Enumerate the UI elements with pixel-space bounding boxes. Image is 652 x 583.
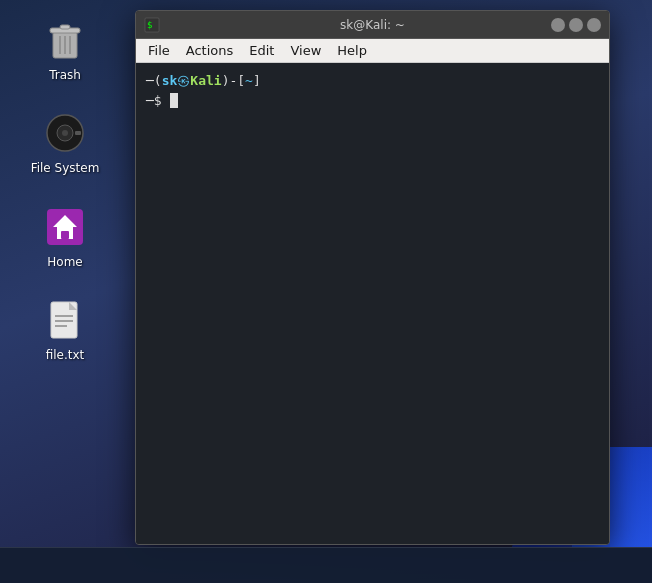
- filetxt-icon-container[interactable]: file.txt: [25, 290, 105, 368]
- prompt-close-bracket: ]: [253, 71, 261, 91]
- trash-icon-container[interactable]: Trash: [25, 10, 105, 88]
- terminal-content[interactable]: ─(sk㉿Kali)-[~] ─$: [136, 63, 609, 544]
- home-label: Home: [47, 255, 82, 269]
- trash-icon: [41, 16, 89, 64]
- desktop: Trash File System: [0, 0, 130, 583]
- minimize-button[interactable]: [551, 18, 565, 32]
- maximize-button[interactable]: [569, 18, 583, 32]
- menu-help[interactable]: Help: [329, 41, 375, 60]
- menu-actions[interactable]: Actions: [178, 41, 242, 60]
- close-button[interactable]: [587, 18, 601, 32]
- svg-point-8: [62, 130, 68, 136]
- menu-file[interactable]: File: [140, 41, 178, 60]
- prompt-directory: ~: [245, 71, 253, 91]
- menu-bar: File Actions Edit View Help: [136, 39, 609, 63]
- prompt-at-symbol: ㉿: [177, 71, 190, 91]
- svg-rect-2: [60, 25, 70, 29]
- prompt-separator: )-[: [222, 71, 245, 91]
- prompt-user: sk: [162, 71, 178, 91]
- prompt-open-bracket: ─(: [146, 71, 162, 91]
- svg-rect-12: [61, 231, 69, 239]
- home-icon: [41, 203, 89, 251]
- menu-edit[interactable]: Edit: [241, 41, 282, 60]
- prompt-dollar: ─$: [146, 91, 169, 111]
- prompt-host: Kali: [190, 71, 221, 91]
- filesystem-icon-container[interactable]: File System: [25, 103, 105, 181]
- home-icon-container[interactable]: Home: [25, 197, 105, 275]
- filetxt-label: file.txt: [46, 348, 85, 362]
- svg-text:$: $: [147, 20, 152, 30]
- filesystem-label: File System: [31, 161, 100, 175]
- taskbar: [0, 547, 652, 583]
- terminal-title: sk@Kali: ~: [340, 18, 405, 32]
- terminal-cursor: [170, 93, 178, 108]
- filesystem-icon: [41, 109, 89, 157]
- prompt-line-1: ─(sk㉿Kali)-[~]: [146, 71, 599, 91]
- window-controls: [551, 18, 601, 32]
- file-icon: [41, 296, 89, 344]
- title-bar: $ sk@Kali: ~: [136, 11, 609, 39]
- terminal-window-icon: $: [144, 17, 160, 33]
- svg-rect-9: [75, 131, 81, 135]
- trash-label: Trash: [49, 68, 81, 82]
- terminal-window: $ sk@Kali: ~ File Actions Edit View Help…: [135, 10, 610, 545]
- prompt-line-2: ─$: [146, 91, 599, 111]
- menu-view[interactable]: View: [282, 41, 329, 60]
